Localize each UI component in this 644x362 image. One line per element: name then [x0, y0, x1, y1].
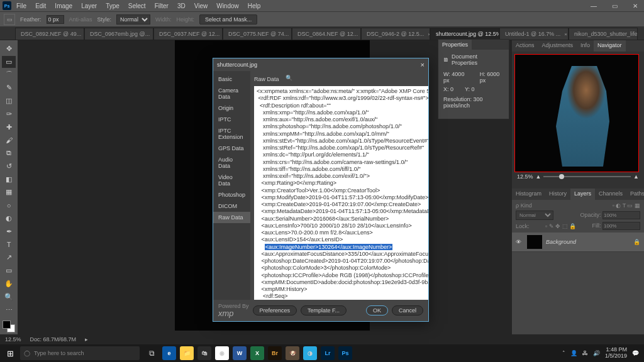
side-video[interactable]: Video Data [213, 172, 250, 189]
menu-edit[interactable]: Edit [31, 1, 50, 11]
side-dicom[interactable]: DICOM [213, 200, 250, 212]
zoom-tool[interactable]: 🔍 [2, 291, 16, 303]
tray-volume-icon[interactable]: 🔊 [593, 350, 600, 356]
crop-tool[interactable]: ◫ [2, 95, 16, 107]
type-tool[interactable]: T [2, 239, 16, 251]
doc-tab[interactable]: DSC_0946-2 @ 12.5...× [361, 28, 430, 40]
word-icon[interactable]: W [231, 346, 248, 361]
doc-tab-active[interactable]: shuttercount.jpg @ 12.5% (RGB/8*)× [430, 28, 499, 40]
notifications-icon[interactable]: 💬 [632, 350, 639, 356]
side-camera-data[interactable]: Camera Data [213, 85, 250, 102]
lock-icon[interactable]: 🔒 [633, 239, 640, 245]
menu-select[interactable]: Select [125, 1, 150, 11]
navigator-preview[interactable] [514, 54, 639, 172]
marquee-tool-icon[interactable]: ▭ [4, 14, 15, 25]
side-basic[interactable]: Basic [213, 74, 250, 85]
move-tool[interactable]: ✥ [2, 43, 16, 55]
history-brush-tool[interactable]: ↺ [2, 160, 16, 172]
lightroom-icon[interactable]: Lr [319, 346, 336, 361]
doc-tab[interactable]: DSC_0967emb.jpg @...× [84, 28, 153, 40]
side-photoshop[interactable]: Photoshop [213, 189, 250, 200]
side-iptc[interactable]: IPTC [213, 114, 250, 125]
eraser-tool[interactable]: ◧ [2, 173, 16, 185]
brush-tool[interactable]: 🖌 [2, 134, 16, 146]
blend-mode-select[interactable]: Normal [516, 211, 553, 220]
chrome-icon[interactable]: ◉ [214, 346, 230, 361]
opacity-input[interactable] [602, 211, 640, 219]
status-zoom[interactable]: 12.5% [5, 336, 21, 343]
side-audio[interactable]: Audio Data [213, 154, 250, 172]
fill-input[interactable] [602, 222, 640, 230]
lasso-tool[interactable]: ⌒ [2, 69, 16, 81]
app-icon[interactable]: ◑ [302, 346, 318, 361]
side-gps[interactable]: GPS Data [213, 143, 250, 154]
explorer-icon[interactable]: 📁 [179, 346, 195, 361]
doc-tab[interactable]: nikon_d5300_shutter_life.pr× [569, 28, 638, 40]
path-tool[interactable]: ↗ [2, 252, 16, 264]
tray-up-icon[interactable]: ˄ [562, 350, 565, 356]
menu-help[interactable]: Help [244, 1, 265, 11]
ok-button[interactable]: OK [366, 305, 388, 315]
gradient-tool[interactable]: ▦ [2, 187, 16, 199]
start-button[interactable]: ⊞ [0, 344, 20, 362]
doc-tab[interactable]: DSC_0937.NEF @ 12...× [153, 28, 223, 40]
marquee-tool[interactable]: ▭ [2, 56, 16, 68]
doc-tab[interactable]: DSC_0775.NEF @ 74...× [223, 28, 292, 40]
panel-tab-info[interactable]: Info [577, 40, 594, 52]
panel-tab-adjustments[interactable]: Adjustments [538, 40, 577, 52]
doc-tab[interactable]: DSC_0892.NEF @ 49...× [15, 28, 84, 40]
preferences-button[interactable]: Preferences [253, 305, 297, 315]
dodge-tool[interactable]: ◐ [2, 212, 16, 224]
zoom-in-icon[interactable]: ▲ [633, 173, 639, 180]
bridge-icon[interactable]: Br [267, 346, 283, 361]
minimize-icon[interactable]: — [587, 1, 601, 11]
side-origin[interactable]: Origin [213, 102, 250, 114]
dialog-close-icon[interactable]: × [421, 61, 425, 69]
raw-xml-textarea[interactable]: <x:xmpmeta xmlns:x="adobe:ns:meta/" x:xm… [254, 86, 428, 300]
panel-tab-layers[interactable]: Layers [570, 189, 595, 200]
cancel-button[interactable]: Cancel [392, 305, 423, 315]
visibility-icon[interactable]: 👁 [516, 239, 523, 245]
task-view-icon[interactable]: ⧉ [143, 346, 160, 361]
edge-icon[interactable]: e [161, 346, 177, 361]
panel-tab-histogram[interactable]: Histogram [512, 189, 545, 200]
gimp-icon[interactable]: 🐶 [284, 346, 301, 361]
excel-icon[interactable]: X [249, 346, 265, 361]
style-select[interactable]: Normal [116, 14, 150, 25]
menu-type[interactable]: Type [102, 1, 123, 11]
menu-image[interactable]: Image [51, 1, 76, 11]
layer-background[interactable]: 👁 Background 🔒 [512, 233, 644, 252]
hand-tool[interactable]: ✋ [2, 278, 16, 290]
tray-date[interactable]: 1/5/2019 [605, 353, 627, 359]
eyedropper-tool[interactable]: ✑ [2, 108, 16, 120]
close-icon[interactable]: ✕ [629, 1, 641, 11]
panel-tab-history[interactable]: History [545, 189, 570, 200]
color-swatches[interactable] [3, 321, 15, 332]
side-iptc-ext[interactable]: IPTC Extension [213, 125, 250, 143]
blur-tool[interactable]: ○ [2, 199, 16, 211]
menu-3d[interactable]: 3D [174, 1, 189, 11]
feather-input[interactable] [47, 15, 64, 24]
restore-icon[interactable]: ▭ [608, 1, 621, 11]
menu-view[interactable]: View [191, 1, 212, 11]
select-and-mask-button[interactable]: Select and Mask... [199, 14, 257, 25]
pen-tool[interactable]: ✒ [2, 226, 16, 238]
panel-tab-navigator[interactable]: Navigator [594, 40, 626, 52]
stamp-tool[interactable]: ⧉ [2, 147, 16, 159]
panel-tab-actions[interactable]: Actions [512, 40, 538, 52]
store-icon[interactable]: 🛍 [196, 346, 213, 361]
close-tab-icon[interactable]: × [564, 31, 567, 37]
healing-tool[interactable]: ✚ [2, 121, 16, 133]
side-raw-data[interactable]: Raw Data [213, 212, 250, 223]
doc-tab[interactable]: Untitled-1 @ 16.7% ...× [499, 28, 569, 40]
doc-tab[interactable]: DSC_0864.NEF @ 12...× [292, 28, 361, 40]
tray-network-icon[interactable]: 🖧 [582, 350, 588, 356]
zoom-out-icon[interactable]: ▲ [536, 173, 541, 180]
menu-window[interactable]: Window [213, 1, 243, 11]
panel-tab-paths[interactable]: Paths [626, 189, 644, 200]
shape-tool[interactable]: ▭ [2, 265, 16, 277]
zoom-slider[interactable] [543, 176, 631, 177]
search-box[interactable]: ◯Type here to search [20, 346, 140, 360]
photoshop-taskbar-icon[interactable]: Ps [337, 346, 353, 361]
edit-toolbar-icon[interactable]: ⋯ [2, 304, 16, 316]
